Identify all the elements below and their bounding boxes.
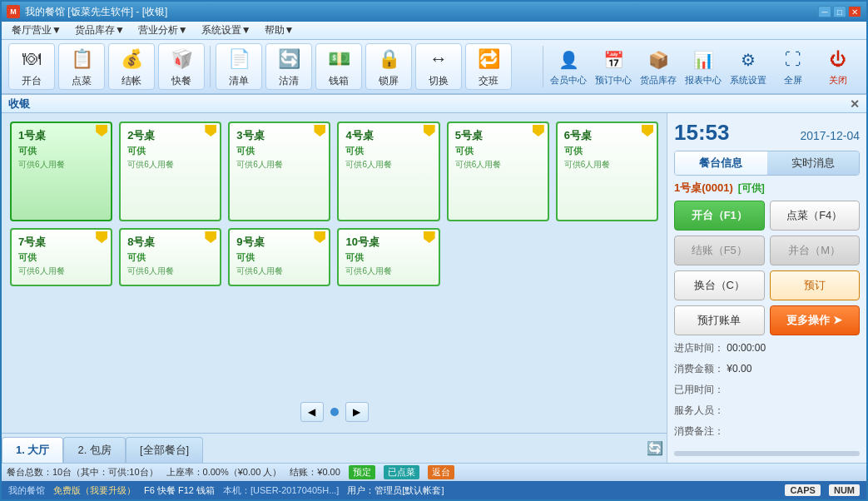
pagination: ◀ ▶ [10, 399, 658, 424]
open-table-icon: 🍽 [18, 46, 45, 72]
shortcuts-info: F6 快餐 F12 钱箱 [144, 484, 215, 497]
floor-tab-vip[interactable]: 2. 包房 [63, 437, 125, 463]
table-desc-9: 可供6人用餐 [236, 265, 322, 277]
order-icon: 📋 [68, 46, 95, 72]
lockscreen-button[interactable]: 🔒 锁屏 [365, 43, 412, 90]
minimize-button[interactable]: ─ [818, 6, 831, 17]
tab-table-info[interactable]: 餐台信息 [675, 151, 767, 175]
merge-table-button[interactable]: 并台（M） [770, 236, 861, 265]
clear-button[interactable]: 📄 清单 [216, 43, 262, 90]
table-card-2[interactable]: 2号桌 可供 可供6人用餐 [119, 122, 221, 221]
table-card-3[interactable]: 3号桌 可供 可供6人用餐 [228, 122, 330, 221]
fullscreen-button[interactable]: ⛶ 全屏 [771, 43, 815, 90]
handover-button[interactable]: 🔁 交班 [465, 43, 512, 90]
table-grid-row2: 7号桌 可供 可供6人用餐 8号桌 可供 可供6人用餐 9号桌 可供 [10, 228, 658, 286]
staff-row: 服务人员： [674, 403, 860, 419]
cashbox-button[interactable]: 💵 钱箱 [315, 43, 362, 90]
table-name-1: 1号桌 [18, 128, 104, 143]
inventory-button[interactable]: 📦 货品库存 [637, 43, 680, 90]
table-card-8[interactable]: 8号桌 可供 可供6人用餐 [119, 228, 221, 286]
page-indicator [330, 408, 339, 416]
order-button[interactable]: 📋 点菜 [58, 43, 105, 90]
table-card-5[interactable]: 5号桌 可供 可供6人用餐 [447, 122, 549, 221]
checkin-time-value: 00:00:00 [727, 342, 766, 354]
table-card-4[interactable]: 4号桌 可供 可供6人用餐 [337, 122, 439, 221]
table-name-4: 4号桌 [345, 128, 431, 143]
member-center-button[interactable]: 👤 会员中心 [547, 43, 590, 90]
order-f4-button[interactable]: 点菜（F4） [770, 201, 861, 231]
prev-page-button[interactable]: ◀ [300, 402, 324, 422]
toolbar-divider-2 [543, 46, 543, 87]
floor-tab-all[interactable]: [全部餐台] [126, 437, 203, 463]
window-title: 我的餐馆 [饭菜先生软件] - [收银] [25, 5, 818, 19]
menu-settings[interactable]: 系统设置▼ [195, 22, 258, 39]
table-status-8: 可供 [127, 251, 213, 264]
elapsed-row: 已用时间： [674, 382, 860, 398]
right-panel: 15:53 2017-12-04 餐台信息 实时消息 1号桌(0001) [可供… [667, 113, 866, 463]
menu-analytics[interactable]: 营业分析▼ [131, 22, 195, 39]
reservation-button[interactable]: 预订 [770, 270, 861, 300]
tab-close-icon[interactable]: ✕ [850, 97, 860, 111]
menu-inventory[interactable]: 货品库存▼ [68, 22, 131, 39]
table-desc-7: 可供6人用餐 [18, 265, 104, 277]
lockscreen-icon: 🔒 [375, 46, 402, 72]
change-table-button[interactable]: 换台（C） [674, 270, 765, 300]
fullscreen-icon: ⛶ [781, 47, 806, 72]
close-app-label: 关闭 [829, 74, 847, 87]
system-settings-icon: ⚙ [736, 47, 761, 72]
pre-print-button[interactable]: 预打账单 [674, 305, 765, 335]
app-logo: M [7, 5, 20, 18]
menu-restaurant[interactable]: 餐厅营业▼ [5, 22, 68, 39]
clean-button[interactable]: 🔄 沽清 [265, 43, 312, 90]
refresh-icon[interactable]: 🔄 [643, 437, 667, 460]
table-card-7[interactable]: 7号桌 可供 可供6人用餐 [10, 228, 112, 286]
total-tables: 餐台总数：10台（其中：可供:10台） [7, 466, 158, 479]
system-settings-label: 系统设置 [730, 74, 766, 87]
quick-meal-button[interactable]: 🥡 快餐 [158, 43, 205, 90]
handover-label: 交班 [479, 74, 498, 88]
table-card-1[interactable]: 1号桌 可供 可供6人用餐 [10, 122, 112, 221]
staff-label: 服务人员： [674, 404, 724, 416]
table-status-1: 可供 [18, 145, 104, 157]
edition-info[interactable]: 免费版（我要升级） [53, 484, 136, 497]
left-main: 1号桌 可供 可供6人用餐 2号桌 可供 可供6人用餐 3号桌 可供 [2, 113, 667, 463]
inventory-label: 货品库存 [640, 74, 677, 87]
report-center-button[interactable]: 📊 报表中心 [682, 43, 725, 90]
handover-icon: 🔁 [475, 46, 502, 72]
spacer [10, 293, 658, 393]
cashbox-label: 钱箱 [329, 74, 349, 88]
table-card-6[interactable]: 6号桌 可供 可供6人用餐 [556, 122, 658, 221]
system-settings-button[interactable]: ⚙ 系统设置 [727, 43, 770, 90]
switch-button[interactable]: ↔ 切换 [415, 43, 462, 90]
order-label: 点菜 [72, 74, 92, 88]
checkout-f5-button[interactable]: 结账（F5） [674, 236, 765, 265]
quick-meal-label: 快餐 [171, 74, 191, 88]
menu-help[interactable]: 帮助▼ [258, 22, 301, 39]
open-table-f1-button[interactable]: 开台（F1） [674, 201, 765, 231]
open-table-label: 开台 [22, 74, 42, 88]
close-app-button[interactable]: ⏻ 关闭 [816, 43, 860, 90]
table-desc-5: 可供6人用餐 [455, 159, 541, 171]
checkout-icon: 💰 [118, 46, 145, 72]
title-bar: M 我的餐馆 [饭菜先生软件] - [收银] ─ □ ✕ [2, 2, 866, 22]
floor-tab-hall[interactable]: 1. 大厅 [2, 437, 63, 463]
table-desc-3: 可供6人用餐 [236, 159, 322, 171]
table-name-5: 5号桌 [455, 128, 541, 143]
more-ops-button[interactable]: 更多操作 ➤ [770, 305, 861, 335]
tab-realtime-msg[interactable]: 实时消息 [767, 151, 860, 175]
cashbox-icon: 💵 [325, 46, 352, 72]
bottom-bar: 我的餐馆 免费版（我要升级） F6 快餐 F12 钱箱 本机：[USER-201… [2, 481, 866, 499]
open-table-button[interactable]: 🍽 开台 [8, 43, 55, 90]
machine-info: 本机：[USER-20170405H...] [223, 484, 339, 497]
app-name: 我的餐馆 [8, 484, 45, 497]
close-button[interactable]: ✕ [848, 6, 861, 17]
reservation-center-button[interactable]: 📅 预订中心 [592, 43, 635, 90]
next-page-button[interactable]: ▶ [345, 402, 369, 422]
report-center-icon: 📊 [691, 47, 716, 72]
table-card-9[interactable]: 9号桌 可供 可供6人用餐 [228, 228, 330, 286]
table-name-2: 2号桌 [127, 128, 213, 143]
scrollbar[interactable] [674, 451, 860, 456]
restore-button[interactable]: □ [833, 6, 846, 17]
checkout-button[interactable]: 💰 结帐 [108, 43, 155, 90]
table-card-10[interactable]: 10号桌 可供 可供6人用餐 [337, 228, 439, 286]
